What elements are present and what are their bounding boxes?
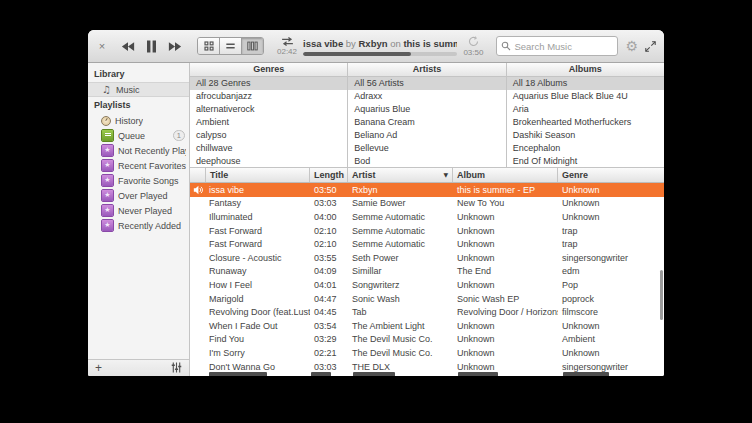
- track-album: this is summer - EP: [453, 185, 558, 195]
- track-length: 04:45: [310, 307, 348, 317]
- duration-time: 03:50: [463, 48, 483, 57]
- sidebar-item[interactable]: Recent Favorites: [88, 158, 189, 173]
- browser-item[interactable]: Bellevue: [348, 142, 505, 155]
- sidebar-item-icon: [101, 159, 114, 172]
- library-list: Music: [88, 82, 189, 97]
- sidebar-item[interactable]: Favorite Songs: [88, 173, 189, 188]
- list-view-button[interactable]: [220, 38, 242, 54]
- browser-item[interactable]: Brokenhearted Motherfuckers: [507, 116, 664, 129]
- sidebar-item-icon: [101, 116, 111, 126]
- sidebar-item[interactable]: Not Recently Played: [88, 143, 189, 158]
- track-artist: Simillar: [348, 266, 453, 276]
- column-view-button[interactable]: [242, 38, 263, 54]
- browser-item[interactable]: Adraxx: [348, 90, 505, 103]
- browser-item[interactable]: afrocubanjazz: [190, 90, 347, 103]
- track-row[interactable]: Marigold 04:47 Sonic Wash Sonic Wash EP …: [190, 292, 664, 306]
- add-playlist-button[interactable]: +: [95, 362, 102, 374]
- track-artist: The Devil Music Co.: [348, 348, 453, 358]
- browser-item[interactable]: Aria: [507, 103, 664, 116]
- track-row[interactable]: Fast Forward 02:10 Semme Automatic Unkno…: [190, 224, 664, 238]
- track-title: Fantasy: [205, 198, 310, 208]
- seek-bar[interactable]: [303, 52, 457, 56]
- previous-button[interactable]: [121, 41, 135, 52]
- track-genre: Unknown: [558, 348, 664, 358]
- track-title: Find You: [205, 334, 310, 344]
- browser-item[interactable]: All 28 Genres: [190, 77, 347, 90]
- now-playing-speaker-icon: [190, 280, 205, 290]
- fullscreen-expand-icon[interactable]: [645, 41, 656, 52]
- browser-item[interactable]: calypso: [190, 129, 347, 142]
- main-area: Library Music Playlists History Queue 1 …: [88, 63, 664, 376]
- track-length: 03:54: [310, 321, 348, 331]
- icon-column-header: [190, 168, 205, 182]
- browser-item[interactable]: All 18 Albums: [507, 77, 664, 90]
- track-genre: edm: [558, 266, 664, 276]
- genre-column-header[interactable]: Genre: [558, 168, 664, 182]
- sidebar-item[interactable]: Never Played: [88, 203, 189, 218]
- settings-gear-icon[interactable]: ⚙: [625, 39, 638, 53]
- now-playing-speaker-icon: [190, 212, 205, 222]
- length-column-header[interactable]: Length: [310, 168, 348, 182]
- browser-item[interactable]: Ambient: [190, 116, 347, 129]
- sidebar-item[interactable]: Music: [88, 82, 189, 97]
- browser-item[interactable]: Aquarius Blue Black Blue 4U: [507, 90, 664, 103]
- search-field[interactable]: [496, 36, 618, 56]
- album-column-header[interactable]: Album: [453, 168, 558, 182]
- track-row[interactable]: How I Feel 04:01 Songwriterz Unknown Pop: [190, 278, 664, 292]
- browser-item[interactable]: alternativerock: [190, 103, 347, 116]
- track-genre: Unknown: [558, 198, 664, 208]
- title-column-header[interactable]: Title: [205, 168, 310, 182]
- track-album: Unknown: [453, 280, 558, 290]
- grid-view-button[interactable]: [198, 38, 220, 54]
- now-playing-speaker-icon: [190, 334, 205, 344]
- sidebar-item-label: Recent Favorites: [118, 161, 186, 171]
- track-row[interactable]: I'm Sorry 02:21 The Devil Music Co. Unkn…: [190, 346, 664, 360]
- now-playing-speaker-icon: [190, 198, 205, 208]
- track-album: The End: [453, 266, 558, 276]
- track-row[interactable]: Find You 03:29 The Devil Music Co. Unkno…: [190, 333, 664, 347]
- repeat-icon[interactable]: [468, 36, 479, 47]
- browser-item[interactable]: Encephalon: [507, 142, 664, 155]
- now-playing-speaker-icon: [190, 239, 205, 249]
- search-input[interactable]: [514, 41, 613, 52]
- sidebar-item[interactable]: Over Played: [88, 188, 189, 203]
- track-genre: poprock: [558, 294, 664, 304]
- track-row[interactable]: Fast Forward 02:10 Semme Automatic Unkno…: [190, 237, 664, 251]
- pause-button[interactable]: [146, 40, 157, 53]
- track-row[interactable]: issa vibe 03:50 Rxbyn this is summer - E…: [190, 183, 664, 197]
- tracklist-rows: issa vibe 03:50 Rxbyn this is summer - E…: [190, 183, 664, 376]
- now-playing-speaker-icon: [190, 307, 205, 317]
- albums-column-header: Albums: [507, 63, 664, 77]
- track-row[interactable]: When I Fade Out 03:54 The Ambient Light …: [190, 319, 664, 333]
- track-artist: The Devil Music Co.: [348, 334, 453, 344]
- track-row[interactable]: Runaway 04:09 Simillar The End edm: [190, 265, 664, 279]
- next-button[interactable]: [168, 41, 182, 52]
- artist-column-header[interactable]: Artist ▼: [348, 168, 453, 182]
- transport-controls: [121, 40, 182, 53]
- track-artist: Semme Automatic: [348, 226, 453, 236]
- now-playing-speaker-icon: [190, 185, 205, 195]
- tracklist-scrollbar-thumb[interactable]: [660, 270, 663, 320]
- albums-column: Albums All 18 AlbumsAquarius Blue Black …: [507, 63, 664, 167]
- track-row[interactable]: Revolving Door (feat.Lusty Apricot 04:45…: [190, 305, 664, 319]
- track-row[interactable]: Closure - Acoustic 03:55 Seth Power Unkn…: [190, 251, 664, 265]
- browser-item[interactable]: Dashiki Season: [507, 129, 664, 142]
- track-length: 04:09: [310, 266, 348, 276]
- equalizer-sliders-icon[interactable]: [171, 362, 182, 375]
- genres-column: Genres All 28 Genresafrocubanjazzalterna…: [190, 63, 348, 167]
- track-row[interactable]: Fantasy 03:03 Samie Bower New To You Unk…: [190, 197, 664, 211]
- artists-column: Artists All 56 ArtistsAdraxxAquarius Blu…: [348, 63, 506, 167]
- music-app-window: ×: [88, 30, 664, 376]
- now-playing-label: issa vibe by Rxbyn on this is summer - E…: [303, 38, 457, 49]
- sidebar-item[interactable]: Queue 1: [88, 128, 189, 143]
- window-close-button[interactable]: ×: [96, 40, 108, 52]
- sidebar-item[interactable]: History: [88, 113, 189, 128]
- sidebar-item[interactable]: Recently Added: [88, 218, 189, 233]
- browser-item[interactable]: All 56 Artists: [348, 77, 505, 90]
- browser-item[interactable]: chillwave: [190, 142, 347, 155]
- track-row[interactable]: Illuminated 04:00 Semme Automatic Unknow…: [190, 210, 664, 224]
- browser-item[interactable]: Beliano Ad: [348, 129, 505, 142]
- shuffle-icon[interactable]: [281, 37, 294, 46]
- browser-item[interactable]: Aquarius Blue: [348, 103, 505, 116]
- browser-item[interactable]: Banana Cream: [348, 116, 505, 129]
